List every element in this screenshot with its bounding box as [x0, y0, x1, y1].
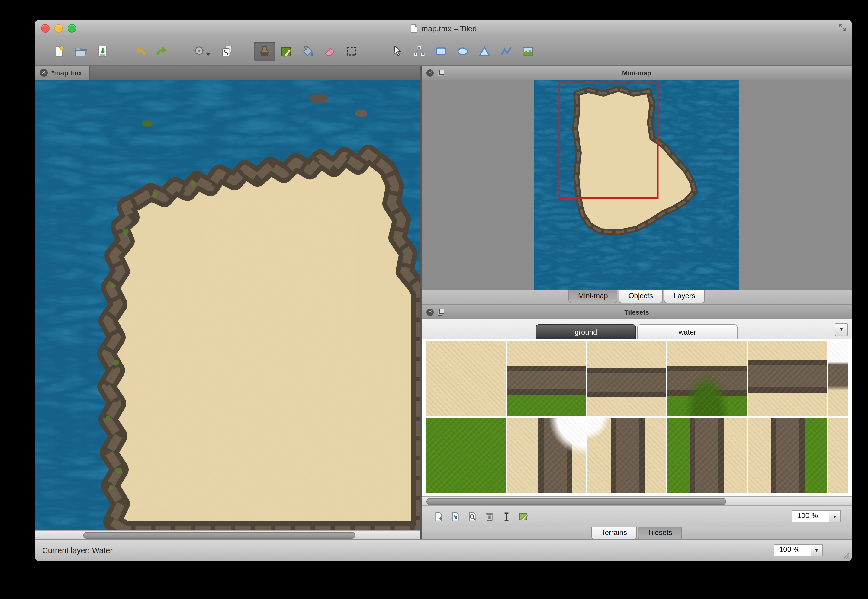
titlebar: map.tmx – Tiled — [35, 20, 852, 38]
tileset-tile[interactable] — [426, 418, 506, 493]
minimap-dock-tabs: Mini-map Objects Layers — [422, 290, 852, 305]
tab-objects[interactable]: Objects — [619, 290, 663, 303]
tab-close-icon[interactable]: ✕ — [40, 69, 48, 77]
tileset-horizontal-scrollbar[interactable] — [422, 496, 852, 506]
save-icon — [96, 45, 109, 58]
new-map-button[interactable] — [48, 42, 70, 61]
insert-polygon-button[interactable] — [473, 42, 495, 61]
water-rock — [310, 93, 328, 103]
import-tileset-button[interactable] — [447, 509, 464, 524]
minimap-float-icon[interactable] — [437, 69, 445, 77]
tileset-tile[interactable] — [748, 340, 827, 416]
tileset-dock-tabs: Terrains Tilesets — [422, 527, 852, 540]
tileset-tile[interactable] — [828, 418, 848, 493]
eraser-button[interactable] — [319, 42, 341, 61]
map-zoom-combo[interactable]: 100 % ▼ — [774, 544, 823, 556]
insert-rectangle-icon — [434, 45, 448, 58]
edit-polygons-button[interactable] — [408, 42, 430, 61]
right-panel: Mini-map Objects Layers ✕ — [422, 80, 852, 539]
new-map-icon — [53, 45, 66, 58]
bucket-fill-button[interactable] — [297, 42, 319, 61]
close-window-button[interactable] — [41, 24, 50, 33]
insert-polyline-button[interactable] — [495, 42, 517, 61]
tileset-zoom-dropdown-icon[interactable]: ▼ — [829, 510, 841, 522]
tileset-tile[interactable] — [668, 340, 747, 416]
terrain-brush-button[interactable] — [276, 42, 297, 61]
open-file-button[interactable] — [70, 42, 92, 61]
tileset-scroll-thumb[interactable] — [426, 498, 726, 505]
new-tileset-icon — [433, 511, 444, 521]
new-tileset-button[interactable] — [430, 509, 447, 524]
tileset-tile[interactable] — [426, 340, 506, 416]
tileset-tile[interactable] — [587, 418, 666, 493]
select-object-button[interactable] — [387, 42, 408, 61]
rectangular-select-button[interactable] — [341, 42, 362, 61]
tilesets-dock-title: Tilesets — [422, 308, 852, 316]
water-rock — [355, 110, 367, 117]
tileset-tab-overflow-button[interactable]: ▼ — [835, 323, 848, 336]
tab-map-tmx[interactable]: ✕ *map.tmx — [35, 66, 90, 80]
undo-icon — [134, 45, 147, 58]
app-window: map.tmx – Tiled — [35, 20, 852, 561]
stamp-random-button[interactable] — [188, 42, 216, 61]
tab-terrains[interactable]: Terrains — [591, 527, 636, 540]
tileset-tile[interactable] — [668, 418, 747, 493]
map-scroll-thumb[interactable] — [83, 532, 355, 539]
tab-layers[interactable]: Layers — [664, 290, 705, 303]
tilesets-close-icon[interactable]: ✕ — [426, 308, 434, 316]
status-bar: Current layer: Water 100 % ▼ — [35, 539, 852, 561]
edit-terrain-icon — [518, 511, 528, 521]
tilesets-float-icon[interactable] — [437, 308, 445, 316]
insert-tile-button[interactable] — [517, 42, 539, 61]
stamp-brush-icon — [258, 45, 271, 58]
bucket-fill-icon — [301, 45, 315, 58]
insert-rectangle-button[interactable] — [430, 42, 452, 61]
insert-ellipse-button[interactable] — [452, 42, 473, 61]
tileset-tile[interactable] — [748, 418, 827, 493]
dice-button[interactable] — [216, 42, 238, 61]
map-zoom-dropdown-icon[interactable]: ▼ — [811, 544, 823, 556]
sub-bar: ✕ *map.tmx ✕ Mini-map — [35, 66, 852, 80]
eraser-icon — [323, 45, 336, 58]
tileset-zoom-combo[interactable]: 100 % ▼ — [792, 510, 841, 522]
map-view — [35, 80, 420, 539]
tileset-tile[interactable] — [828, 340, 848, 416]
fullscreen-icon[interactable] — [838, 24, 847, 32]
redo-button[interactable] — [151, 42, 173, 61]
minimap-view[interactable] — [422, 80, 852, 290]
map-horizontal-scrollbar[interactable] — [35, 530, 420, 539]
tab-label: *map.tmx — [51, 69, 82, 77]
resize-grip[interactable] — [841, 551, 850, 559]
tileset-grid — [422, 339, 852, 496]
document-tab-bar: ✕ *map.tmx — [35, 66, 420, 80]
tab-tilesets[interactable]: Tilesets — [638, 527, 682, 540]
delete-tileset-button[interactable] — [481, 509, 498, 524]
map-canvas[interactable] — [35, 80, 420, 530]
minimap-dock-title: Mini-map — [422, 69, 852, 77]
open-folder-icon — [74, 45, 87, 58]
tileset-tile[interactable] — [507, 340, 586, 416]
minimize-window-button[interactable] — [54, 24, 63, 33]
minimap-close-icon[interactable]: ✕ — [426, 69, 434, 77]
main-toolbar — [35, 38, 852, 66]
tileset-tile[interactable] — [507, 418, 586, 493]
tilesets-dock-header: ✕ Tilesets — [422, 305, 852, 319]
minimap-canvas[interactable] — [534, 80, 739, 290]
tileset-tab-ground[interactable]: ground — [536, 324, 636, 339]
stamp-brush-button[interactable] — [254, 42, 276, 61]
traffic-lights — [41, 24, 76, 33]
rename-tileset-button[interactable] — [498, 509, 515, 524]
save-file-button[interactable] — [92, 42, 113, 61]
tileset-tile[interactable] — [587, 340, 666, 416]
desktop: map.tmx – Tiled — [0, 0, 868, 599]
edit-terrain-button[interactable] — [515, 509, 532, 524]
zoom-window-button[interactable] — [68, 24, 76, 33]
tab-mini-map[interactable]: Mini-map — [568, 290, 618, 303]
export-tileset-button[interactable] — [464, 509, 481, 524]
tileset-tab-water[interactable]: water — [637, 324, 737, 339]
main-content: Mini-map Objects Layers ✕ — [35, 80, 852, 539]
rectangular-select-icon — [345, 45, 358, 58]
terrain-brush-icon — [280, 45, 293, 58]
insert-ellipse-icon — [456, 45, 469, 58]
undo-button[interactable] — [129, 42, 151, 61]
